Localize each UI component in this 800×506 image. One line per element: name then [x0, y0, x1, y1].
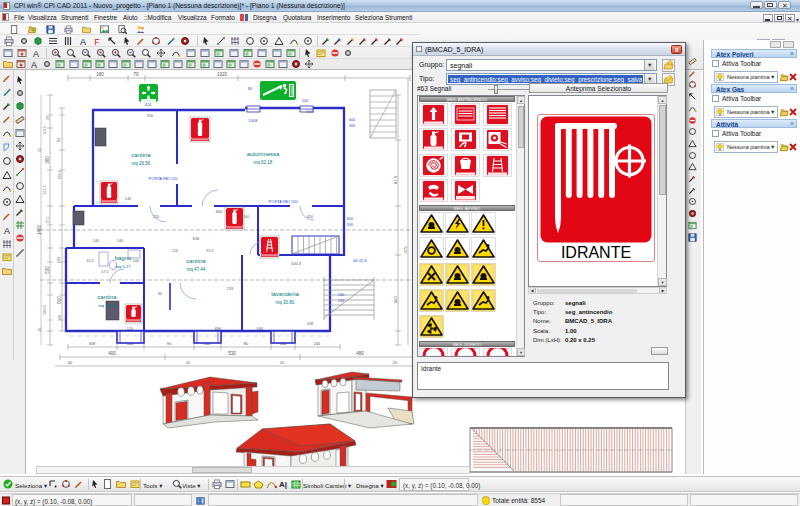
svg-text:A: A: [79, 37, 85, 47]
svg-text:mq 47.44: mq 47.44: [187, 267, 206, 272]
svg-text:70: 70: [133, 72, 139, 77]
svg-text:310: 310: [393, 296, 398, 304]
svg-text:180: 180: [96, 72, 104, 77]
svg-text:233: 233: [227, 287, 233, 291]
svg-text:10: 10: [186, 360, 191, 365]
svg-text:424: 424: [145, 103, 151, 107]
svg-text:600: 600: [349, 117, 356, 122]
svg-text:233: 233: [57, 257, 61, 263]
svg-text:mq 30.80: mq 30.80: [276, 300, 295, 305]
svg-text:360: 360: [45, 156, 50, 164]
svg-text:140: 140: [117, 239, 123, 243]
svg-text:90: 90: [167, 341, 172, 346]
svg-text:400: 400: [108, 351, 116, 356]
svg-text:120: 120: [172, 249, 178, 253]
svg-text:450: 450: [307, 215, 313, 219]
svg-text:100.3: 100.3: [291, 261, 302, 266]
svg-text:32.5: 32.5: [86, 259, 93, 263]
svg-text:37.5: 37.5: [46, 217, 50, 224]
svg-text:640: 640: [257, 327, 263, 331]
svg-text:mq 62.18: mq 62.18: [254, 160, 273, 165]
svg-text:900: 900: [147, 114, 153, 118]
svg-text:1000: 1000: [306, 110, 314, 114]
svg-text:122.3: 122.3: [43, 185, 47, 195]
svg-text:300: 300: [347, 222, 354, 227]
svg-text:100: 100: [133, 259, 139, 263]
svg-text:A: A: [31, 60, 37, 70]
svg-text:100: 100: [58, 315, 62, 321]
svg-text:475: 475: [403, 246, 408, 254]
svg-text:80: 80: [244, 341, 249, 346]
svg-text:616: 616: [193, 236, 200, 241]
svg-text:438: 438: [307, 322, 313, 326]
svg-text:130: 130: [338, 298, 345, 303]
svg-text:530: 530: [45, 266, 50, 274]
svg-text:lavanderia: lavanderia: [271, 291, 299, 297]
svg-text:120: 120: [127, 327, 133, 331]
svg-text:146: 146: [125, 197, 131, 201]
svg-text:autorimessa: autorimessa: [247, 151, 280, 157]
svg-text:40: 40: [68, 360, 73, 365]
svg-text:mq 5.17: mq 5.17: [115, 264, 131, 269]
svg-text:bagno: bagno: [115, 255, 132, 261]
svg-text:300: 300: [349, 123, 356, 128]
svg-text:100.3: 100.3: [43, 305, 47, 315]
svg-text:140: 140: [93, 239, 99, 243]
svg-text:20: 20: [280, 360, 285, 365]
svg-text:25: 25: [393, 360, 398, 365]
svg-text:87.5: 87.5: [393, 175, 398, 184]
svg-text:A: A: [33, 49, 39, 59]
svg-text:F: F: [94, 37, 100, 47]
svg-text:20: 20: [38, 328, 42, 332]
svg-text:cantina: cantina: [97, 294, 117, 300]
svg-text:25: 25: [38, 148, 42, 152]
svg-text:80: 80: [248, 86, 253, 91]
svg-text:100: 100: [302, 98, 309, 103]
svg-text:220: 220: [153, 215, 159, 219]
svg-text:1020: 1020: [217, 72, 228, 77]
svg-text:690: 690: [215, 326, 222, 331]
svg-text:63.3: 63.3: [43, 126, 47, 133]
svg-text:530: 530: [228, 351, 236, 356]
svg-text:130: 130: [338, 292, 345, 297]
svg-text:60 42.8: 60 42.8: [353, 258, 367, 263]
svg-text:183.3: 183.3: [58, 171, 62, 180]
svg-text:A: A: [3, 225, 9, 235]
svg-text:92.5: 92.5: [206, 249, 213, 253]
svg-text:600: 600: [347, 216, 354, 221]
svg-text:cantina: cantina: [186, 258, 206, 264]
svg-text:mq 18.46: mq 18.46: [98, 303, 116, 308]
svg-text:1008: 1008: [249, 118, 259, 123]
svg-text:80: 80: [158, 292, 162, 296]
svg-text:mq 26.56: mq 26.56: [132, 161, 151, 166]
svg-text:20: 20: [46, 116, 50, 120]
svg-text:245: 245: [314, 341, 321, 346]
svg-text:358: 358: [89, 341, 96, 346]
svg-text:810: 810: [57, 296, 62, 304]
svg-text:57.5: 57.5: [101, 270, 108, 274]
svg-text:480: 480: [356, 351, 364, 356]
svg-text:PORTA REI 120: PORTA REI 120: [149, 176, 179, 181]
svg-text:cantina: cantina: [131, 152, 151, 158]
svg-text:93: 93: [57, 138, 61, 142]
svg-text:605: 605: [216, 209, 223, 214]
svg-text:PORTA REI 120: PORTA REI 120: [269, 199, 299, 204]
